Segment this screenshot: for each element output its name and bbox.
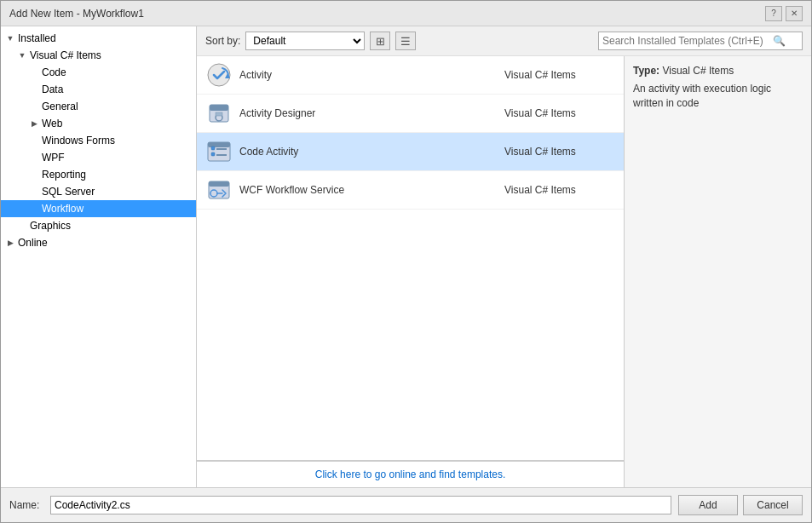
expand-icon-general <box>28 101 40 112</box>
wcf-service-icon <box>205 176 233 204</box>
title-bar: Add New Item - MyWorkflow1 ? ✕ <box>1 1 811 26</box>
list-item-wcf-service[interactable]: WCF Workflow Service Visual C# Items <box>197 171 624 210</box>
expand-icon-installed: ▼ <box>4 32 16 44</box>
svg-rect-7 <box>208 142 230 147</box>
help-button[interactable]: ? <box>765 6 782 21</box>
expand-icon-code <box>28 66 40 78</box>
tree-item-visual-csharp[interactable]: ▼ Visual C# Items <box>1 47 196 64</box>
expand-icon-data <box>28 83 40 95</box>
main-content: Activity Visual C# Items <box>197 56 811 487</box>
tree-label-general: General <box>40 101 78 112</box>
svg-rect-5 <box>216 112 222 116</box>
tree-item-general[interactable]: General <box>1 98 196 115</box>
activity-icon <box>205 61 233 89</box>
cancel-button[interactable]: Cancel <box>743 495 803 515</box>
list-view-button[interactable]: ☰ <box>395 32 416 50</box>
svg-rect-13 <box>209 181 229 187</box>
expand-icon-sql-server <box>28 186 40 198</box>
online-link[interactable]: Click here to go online and find templat… <box>315 468 505 480</box>
svg-rect-11 <box>216 154 227 156</box>
expand-icon-reporting <box>28 169 40 181</box>
list-view-icon: ☰ <box>400 35 411 48</box>
code-activity-icon <box>205 138 233 165</box>
tree-label-installed: Installed <box>16 32 56 44</box>
tree-item-winforms[interactable]: Windows Forms <box>1 132 196 149</box>
right-panel: Sort by: Default Name Type ⊞ ☰ 🔍 <box>197 26 811 487</box>
tree-label-visual-csharp: Visual C# Items <box>28 49 101 61</box>
dialog: Add New Item - MyWorkflow1 ? ✕ ▼ Install… <box>0 0 812 523</box>
items-area: Activity Visual C# Items <box>197 56 624 461</box>
search-button[interactable]: 🔍 <box>769 32 788 50</box>
sort-select[interactable]: Default Name Type <box>245 32 365 50</box>
tree-label-reporting: Reporting <box>40 169 86 181</box>
sort-label: Sort by: <box>205 35 240 47</box>
item-name-wcf-service: WCF Workflow Service <box>239 184 504 196</box>
item-name-activity-designer: Activity Designer <box>239 107 504 119</box>
online-link-bar: Click here to go online and find templat… <box>197 461 624 487</box>
dialog-title: Add New Item - MyWorkflow1 <box>9 8 144 20</box>
title-bar-buttons: ? ✕ <box>765 6 803 21</box>
tree-label-web: Web <box>40 118 62 129</box>
expand-icon-visual-csharp: ▼ <box>16 49 28 61</box>
tree-item-web[interactable]: ▶ Web <box>1 115 196 132</box>
svg-rect-9 <box>211 152 215 156</box>
tree-item-reporting[interactable]: Reporting <box>1 166 196 183</box>
search-box: 🔍 <box>598 32 803 50</box>
search-input[interactable] <box>599 35 769 47</box>
tree-label-data: Data <box>40 83 63 95</box>
info-type-value: Visual C# Items <box>662 65 734 77</box>
content-area: ▼ Installed ▼ Visual C# Items Code <box>1 26 811 487</box>
tree-label-workflow: Workflow <box>40 203 84 215</box>
tree-label-code: Code <box>40 66 66 78</box>
tree-label-wpf: WPF <box>40 152 65 164</box>
tree-item-workflow[interactable]: Workflow <box>1 200 196 217</box>
item-category-activity-designer: Visual C# Items <box>504 107 615 119</box>
add-button[interactable]: Add <box>678 495 738 515</box>
name-label: Name: <box>9 499 43 511</box>
tree-item-online[interactable]: ▶ Online <box>1 234 196 251</box>
activity-designer-icon <box>205 100 233 127</box>
info-type-label: Type: <box>633 65 659 77</box>
list-item-activity-designer[interactable]: Activity Designer Visual C# Items <box>197 95 624 133</box>
tree-item-data[interactable]: Data <box>1 81 196 98</box>
expand-icon-graphics <box>16 220 28 232</box>
tree-item-sql-server[interactable]: SQL Server <box>1 183 196 200</box>
tree-label-online: Online <box>16 237 48 249</box>
item-category-wcf-service: Visual C# Items <box>504 184 615 196</box>
tree-label-winforms: Windows Forms <box>40 135 115 147</box>
expand-icon-winforms <box>28 135 40 147</box>
grid-view-icon: ⊞ <box>376 35 385 48</box>
close-button[interactable]: ✕ <box>786 6 803 21</box>
name-input[interactable] <box>50 496 671 514</box>
item-name-code-activity: Code Activity <box>239 146 504 158</box>
svg-rect-3 <box>210 105 228 111</box>
center-panel: Activity Visual C# Items <box>197 56 624 487</box>
bottom-bar: Name: Add Cancel <box>1 487 811 522</box>
item-name-activity: Activity <box>239 69 504 81</box>
expand-icon-workflow <box>28 203 40 215</box>
tree-item-graphics[interactable]: Graphics <box>1 217 196 234</box>
item-category-code-activity: Visual C# Items <box>504 146 615 158</box>
expand-icon-wpf <box>28 152 40 164</box>
list-item-code-activity[interactable]: Code Activity Visual C# Items <box>197 133 624 171</box>
grid-view-button[interactable]: ⊞ <box>370 32 390 50</box>
list-item-activity[interactable]: Activity Visual C# Items <box>197 56 624 95</box>
tree-label-graphics: Graphics <box>28 220 71 232</box>
info-type-row: Type: Visual C# Items <box>633 65 803 77</box>
tree-item-wpf[interactable]: WPF <box>1 149 196 166</box>
tree-item-installed[interactable]: ▼ Installed <box>1 30 196 47</box>
svg-rect-10 <box>216 148 227 150</box>
info-description: An activity with execution logic written… <box>633 82 803 111</box>
tree-label-sql-server: SQL Server <box>40 186 95 198</box>
tree-item-code[interactable]: Code <box>1 64 196 81</box>
expand-icon-online: ▶ <box>4 237 16 249</box>
svg-rect-8 <box>211 147 215 150</box>
left-panel: ▼ Installed ▼ Visual C# Items Code <box>1 26 197 487</box>
toolbar-row: Sort by: Default Name Type ⊞ ☰ 🔍 <box>197 26 811 56</box>
action-buttons: Add Cancel <box>678 495 803 515</box>
expand-icon-web: ▶ <box>28 118 40 129</box>
info-panel: Type: Visual C# Items An activity with e… <box>624 56 811 487</box>
item-category-activity: Visual C# Items <box>504 69 615 81</box>
